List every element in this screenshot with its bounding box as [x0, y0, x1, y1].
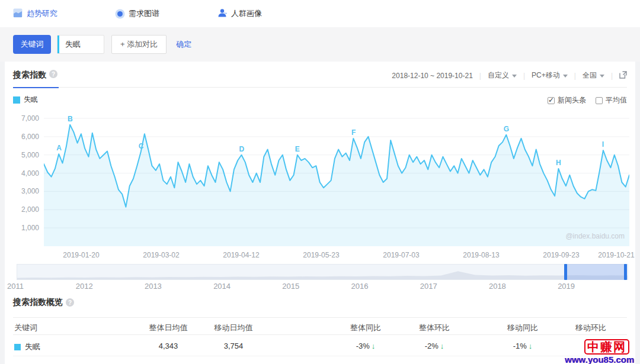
keyword-button[interactable]: 关键词 [13, 35, 51, 54]
x-axis-label: 2019-01-20 [63, 251, 99, 259]
tab-demand-map[interactable]: 需求图谱 [116, 8, 159, 19]
tab-label: 趋势研究 [27, 8, 57, 19]
column-header: 移动环比 [575, 323, 606, 333]
custom-range-dropdown[interactable]: 自定义 [488, 70, 517, 80]
column-header-keyword: 关键词 [14, 323, 37, 333]
keyword-input-wrap [57, 35, 104, 54]
year-label: 2015 [282, 282, 299, 291]
trend-down-icon: ↓ [440, 342, 444, 350]
help-icon[interactable]: ? [49, 70, 57, 78]
search-index-card: 搜索指数 ? 2018-12-10 ~ 2019-10-21 | 自定义 | P… [5, 62, 635, 364]
column-header: 移动同比 [507, 323, 538, 333]
confirm-link[interactable]: 确定 [176, 39, 191, 50]
mini-chart-area [17, 271, 628, 279]
timeline-slider[interactable] [17, 264, 628, 280]
radio-target-icon [117, 11, 123, 17]
news-marker-G[interactable]: G [504, 125, 509, 133]
overview-table: 关键词 整体日均值移动日均值整体同比整体环比移动同比移动环比 失眠 4,3433… [13, 317, 627, 356]
legend-row: 失眠 新闻头条 平均值 [13, 95, 627, 107]
chevron-down-icon [512, 75, 517, 78]
news-marker-I[interactable]: I [602, 140, 604, 149]
keyword-input[interactable] [57, 40, 104, 49]
average-checkbox[interactable]: 平均值 [596, 95, 627, 105]
news-marker-A[interactable]: A [56, 144, 62, 152]
news-marker-F[interactable]: F [351, 128, 356, 137]
search-index-tab[interactable]: 搜索指数 ? [13, 69, 59, 88]
tab-crowd-portrait[interactable]: 人群画像 [217, 8, 262, 19]
series-area-fill [44, 125, 629, 246]
trend-chart-icon [13, 8, 23, 20]
table-header-row: 关键词 整体日均值移动日均值整体同比整体环比移动同比移动环比 [13, 317, 627, 335]
column-header: 整体日均值 [149, 323, 188, 333]
checkbox-group: 新闻头条 平均值 [548, 95, 627, 105]
chevron-down-icon [563, 75, 568, 78]
series-color-swatch [13, 96, 20, 104]
dropdown-label: 全国 [583, 70, 597, 80]
overview-header: 搜索指数概览 ? [13, 297, 74, 308]
y-axis-label: 2,000 [5, 205, 39, 214]
y-axis-label: 5,000 [5, 151, 39, 159]
export-icon[interactable] [619, 71, 627, 80]
section-header: 搜索指数 ? 2018-12-10 ~ 2019-10-21 | 自定义 | P… [13, 69, 627, 88]
table-cell: -3%↓ [356, 342, 376, 350]
checkbox-label: 平均值 [606, 95, 627, 105]
x-axis-label: 2019-09-23 [543, 251, 579, 259]
trend-down-icon: ↓ [529, 342, 533, 350]
date-range: 2018-12-10 ~ 2019-10-21 [392, 72, 472, 80]
checkbox-icon [548, 97, 555, 104]
separator: | [574, 72, 576, 80]
chevron-down-icon [600, 75, 604, 78]
table-cell: -1%↓ [513, 342, 533, 350]
y-axis-label: 6,000 [5, 133, 39, 141]
year-label: 2016 [351, 282, 369, 291]
x-axis-label: 2019-05-23 [303, 251, 339, 259]
column-header: 整体同比 [350, 323, 381, 333]
table-cell: 4,343 [159, 342, 178, 350]
device-dropdown[interactable]: PC+移动 [532, 70, 568, 80]
separator: | [479, 72, 481, 80]
year-label: 2011 [7, 282, 24, 291]
y-axis-label: 3,000 [5, 187, 39, 195]
news-marker-H[interactable]: H [556, 159, 561, 167]
year-label: 2018 [489, 282, 506, 291]
checkbox-icon [596, 97, 603, 104]
dropdown-label: 自定义 [488, 70, 509, 80]
news-headlines-checkbox[interactable]: 新闻头条 [548, 95, 586, 105]
site-watermark: 中赚网 www.you85.com [565, 339, 635, 364]
table-row[interactable]: 失眠 4,3433,754-3%↓-2%↓-1%↓ [13, 335, 627, 356]
news-marker-D[interactable]: D [239, 145, 245, 153]
year-label: 2013 [145, 282, 162, 291]
section-title: 搜索指数 [13, 70, 46, 80]
trend-chart[interactable] [44, 116, 629, 249]
x-axis-label: 2019-08-13 [463, 251, 499, 259]
x-axis-label: 2019-10-21 [598, 251, 634, 259]
year-label: 2017 [420, 282, 437, 291]
legend-item[interactable]: 失眠 [13, 95, 38, 105]
y-axis-label: 7,000 [5, 114, 39, 123]
region-dropdown[interactable]: 全国 [583, 70, 604, 80]
y-axis-label: 1,000 [5, 224, 39, 232]
news-marker-B[interactable]: B [68, 115, 73, 123]
top-nav: 趋势研究 需求图谱 人群画像 [0, 0, 640, 27]
x-axis-label: 2019-07-03 [383, 251, 419, 259]
table-cell: -2%↓ [425, 342, 444, 350]
person-icon [217, 8, 227, 19]
trend-down-icon: ↓ [372, 342, 376, 350]
separator: | [611, 72, 613, 80]
news-marker-E[interactable]: E [295, 145, 300, 153]
tab-trend-research[interactable]: 趋势研究 [13, 8, 57, 20]
series-color-swatch [14, 344, 21, 350]
site-watermark-url: www.you85.com [565, 355, 635, 364]
slider-left-handle[interactable] [564, 264, 567, 280]
add-compare-button[interactable]: + 添加对比 [111, 35, 167, 54]
help-icon[interactable]: ? [66, 298, 74, 307]
slider-right-handle[interactable] [624, 264, 627, 280]
chart-controls: 2018-12-10 ~ 2019-10-21 | 自定义 | PC+移动 | … [392, 70, 627, 80]
year-label: 2012 [76, 282, 93, 291]
news-marker-C[interactable]: C [139, 142, 144, 150]
year-label: 2019 [558, 282, 575, 291]
tab-label: 需求图谱 [129, 8, 159, 19]
keyword-cell: 失眠 [14, 342, 40, 352]
keyword-text: 失眠 [25, 342, 40, 352]
slider-selected-range[interactable] [565, 264, 626, 280]
